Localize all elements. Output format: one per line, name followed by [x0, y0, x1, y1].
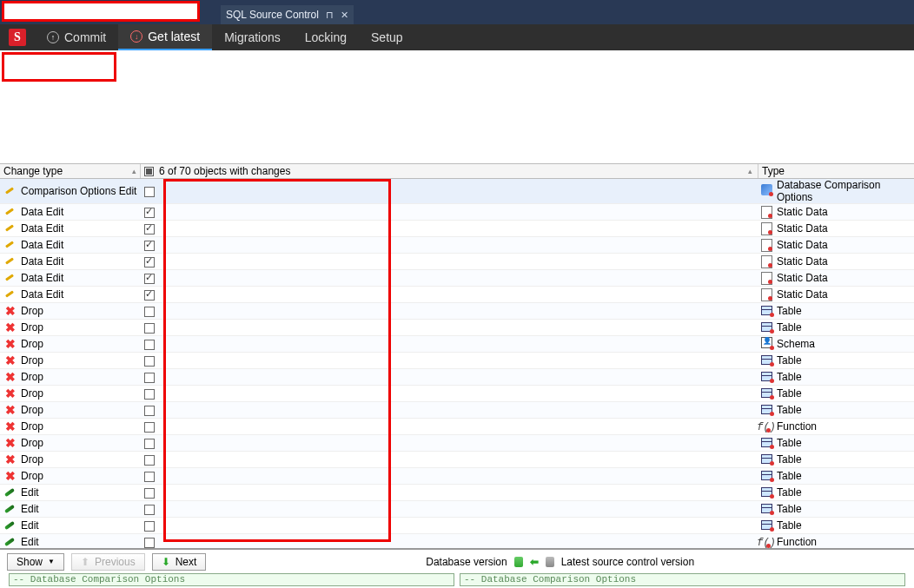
row-checkbox[interactable] — [144, 389, 155, 400]
object-type-cell: Static Data — [777, 237, 914, 254]
table-row[interactable]: EditTable — [0, 485, 914, 501]
table-row[interactable]: ✖Dropf()Function — [0, 419, 914, 435]
function-icon: f() — [757, 537, 776, 549]
object-name-cell — [158, 336, 756, 353]
table-row[interactable]: ✖DropTable — [0, 452, 914, 468]
sort-icon: ▴ — [132, 167, 136, 175]
column-header-objects[interactable]: 6 of 70 objects with changes — [141, 164, 758, 178]
table-row[interactable]: ✖DropTable — [0, 386, 914, 402]
row-checkbox[interactable] — [144, 241, 155, 251]
database-icon — [546, 557, 554, 567]
table-row[interactable]: Data EditStatic Data — [0, 237, 914, 254]
arrow-up-icon: ⬆ — [81, 556, 89, 568]
table-row[interactable]: ✖DropTable — [0, 320, 914, 336]
changes-table: Comparison Options EditDatabase Comparis… — [0, 179, 914, 549]
change-type-cell: Edit — [21, 501, 141, 518]
delete-icon: ✖ — [5, 386, 16, 400]
row-checkbox[interactable] — [144, 187, 155, 197]
row-checkbox[interactable] — [144, 538, 155, 548]
arrow-down-icon: ⬇ — [162, 556, 170, 568]
row-checkbox[interactable] — [144, 290, 155, 301]
row-checkbox[interactable] — [144, 373, 155, 383]
table-row[interactable]: ✖DropTable — [0, 435, 914, 452]
table-row[interactable]: EditTable — [0, 518, 914, 534]
row-checkbox[interactable] — [144, 356, 155, 367]
edit-icon — [4, 206, 17, 218]
function-icon: f() — [757, 421, 776, 433]
row-checkbox[interactable] — [144, 455, 155, 466]
table-row[interactable]: Data EditStatic Data — [0, 221, 914, 237]
change-type-cell: Drop — [21, 402, 141, 419]
next-button[interactable]: ⬇ Next — [152, 553, 207, 571]
delete-icon: ✖ — [5, 304, 16, 318]
db-version-label: Database version — [426, 556, 507, 568]
tab-migrations[interactable]: Migrations — [212, 24, 293, 50]
edit-icon — [4, 503, 17, 515]
object-name-cell — [158, 179, 756, 204]
table-row[interactable]: ✖DropTable — [0, 353, 914, 369]
delete-icon: ✖ — [5, 469, 16, 483]
row-checkbox[interactable] — [144, 257, 155, 268]
table-row[interactable]: ✖DropTable — [0, 369, 914, 386]
static-data-icon — [760, 239, 772, 251]
table-row[interactable]: EditTable — [0, 501, 914, 518]
latest-version-label: Latest source control version — [561, 556, 694, 568]
table-row[interactable]: ✖DropTable — [0, 468, 914, 485]
static-data-icon — [760, 255, 772, 268]
row-checkbox[interactable] — [144, 521, 155, 532]
document-tab[interactable]: SQL Source Control ⊓ ✕ — [221, 5, 354, 24]
edit-icon — [4, 288, 17, 301]
row-checkbox[interactable] — [144, 224, 155, 235]
row-checkbox[interactable] — [144, 439, 155, 449]
row-checkbox[interactable] — [144, 472, 155, 482]
object-name-cell — [158, 221, 756, 237]
table-row[interactable]: Data EditStatic Data — [0, 287, 914, 303]
object-type-cell: Static Data — [777, 204, 914, 221]
select-all-checkbox[interactable] — [144, 167, 154, 176]
delete-icon: ✖ — [5, 353, 16, 367]
close-icon[interactable]: ✕ — [341, 10, 348, 21]
object-type-cell: Static Data — [777, 254, 914, 270]
pin-icon[interactable]: ⊓ — [326, 10, 334, 21]
table-row[interactable]: Comparison Options EditDatabase Comparis… — [0, 179, 914, 204]
edit-icon — [4, 536, 17, 548]
table-row[interactable]: ✖DropSchema — [0, 336, 914, 353]
row-checkbox[interactable] — [144, 323, 155, 334]
column-header-change-type[interactable]: Change type ▴ — [0, 164, 141, 178]
column-header-type[interactable]: Type — [758, 164, 914, 178]
object-name-cell — [158, 204, 756, 221]
row-checkbox[interactable] — [144, 488, 155, 499]
row-checkbox[interactable] — [144, 422, 155, 433]
object-name-cell — [158, 270, 756, 287]
table-row[interactable]: Data EditStatic Data — [0, 270, 914, 287]
arrow-left-icon: ⬅ — [530, 556, 539, 568]
database-icon — [514, 557, 523, 567]
tab-get-latest-label: Get latest — [148, 30, 200, 43]
row-checkbox[interactable] — [144, 274, 155, 284]
upload-icon: ↑ — [47, 31, 59, 43]
row-checkbox[interactable] — [144, 208, 155, 218]
show-button[interactable]: Show ▼ — [7, 553, 64, 571]
change-type-cell: Data Edit — [21, 237, 141, 254]
table-row[interactable]: Editf()Function — [0, 534, 914, 550]
tab-commit[interactable]: ↑ Commit — [35, 24, 118, 50]
table-row[interactable]: ✖DropTable — [0, 402, 914, 419]
row-checkbox[interactable] — [144, 505, 155, 515]
row-checkbox[interactable] — [144, 406, 155, 416]
delete-icon: ✖ — [5, 320, 16, 334]
change-type-cell: Edit — [21, 518, 141, 534]
table-row[interactable]: ✖DropTable — [0, 303, 914, 320]
object-name-cell — [158, 402, 756, 419]
table-row[interactable]: Data EditStatic Data — [0, 204, 914, 221]
tab-get-latest[interactable]: ↓ Get latest — [118, 24, 212, 50]
tab-setup[interactable]: Setup — [359, 24, 415, 50]
row-checkbox[interactable] — [144, 340, 155, 350]
object-type-cell: Table — [777, 518, 914, 534]
table-row[interactable]: Data EditStatic Data — [0, 254, 914, 270]
table-icon — [761, 355, 772, 365]
object-type-cell: Table — [777, 452, 914, 468]
table-icon — [761, 306, 772, 315]
tab-locking[interactable]: Locking — [293, 24, 359, 50]
row-checkbox[interactable] — [144, 307, 155, 317]
object-name-cell — [158, 369, 756, 386]
